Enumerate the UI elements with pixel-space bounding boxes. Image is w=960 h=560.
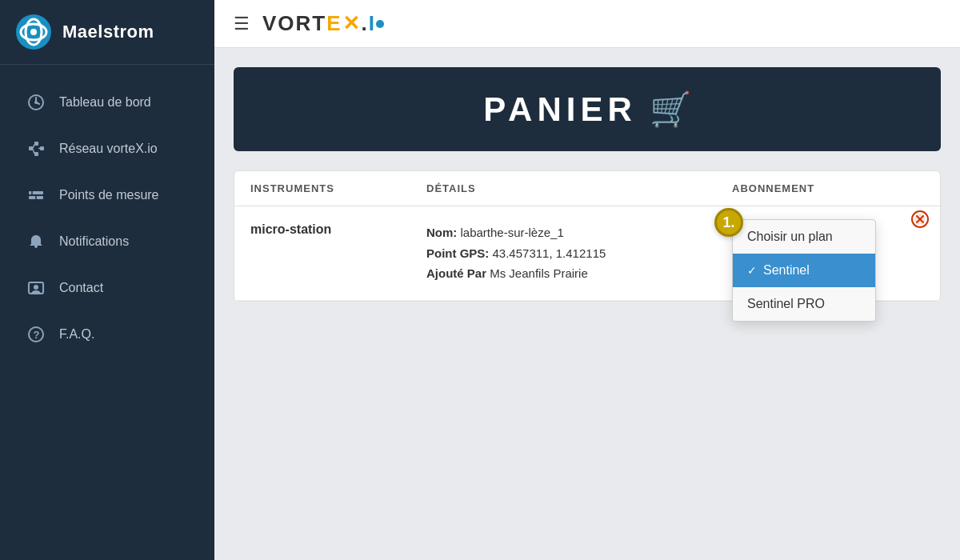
dashboard-icon bbox=[26, 92, 46, 113]
abonnement-cell: Choisir un plan ✓ Sentinel Sentinel PRO … bbox=[716, 206, 940, 232]
sidebar-item-tableau-de-bord[interactable]: Tableau de bord bbox=[6, 81, 208, 124]
page-title: PANIER bbox=[483, 90, 637, 129]
dropdown-option-choisir[interactable]: Choisir un plan bbox=[733, 220, 875, 254]
brand-logo: VORTE✕.I bbox=[262, 11, 384, 36]
sidebar-item-faq[interactable]: ? F.A.Q. bbox=[6, 313, 208, 356]
app-name: Maelstrom bbox=[62, 22, 154, 42]
svg-line-11 bbox=[33, 150, 34, 154]
sidebar-header: Maelstrom bbox=[0, 0, 214, 65]
svg-rect-9 bbox=[40, 146, 44, 150]
svg-point-18 bbox=[34, 285, 38, 290]
checkmark-icon: ✓ bbox=[747, 264, 757, 277]
sidebar-item-label: Notifications bbox=[59, 234, 129, 249]
sidebar-item-label: Contact bbox=[59, 281, 103, 295]
dropdown-option-sentinel[interactable]: ✓ Sentinel bbox=[733, 254, 875, 287]
sentinel-pro-label: Sentinel PRO bbox=[747, 297, 825, 311]
step-badge: 1. bbox=[714, 208, 743, 237]
added-value-text: Ms Jeanfils Prairie bbox=[490, 266, 588, 280]
delete-icon bbox=[911, 210, 929, 228]
svg-rect-6 bbox=[29, 146, 33, 150]
instrument-cell: micro-station bbox=[234, 206, 410, 253]
network-icon bbox=[26, 138, 46, 159]
sidebar-item-label: Tableau de bord bbox=[59, 95, 151, 110]
app-logo-icon bbox=[16, 14, 51, 50]
added-label: Ajouté Par bbox=[426, 266, 486, 280]
topbar: ☰ VORTE✕.I bbox=[214, 0, 960, 48]
sidebar-item-label: Réseau vorteX.io bbox=[59, 142, 158, 156]
table-header-row: INSTRUMENTS DÉTAILS ABONNEMENT bbox=[234, 171, 940, 206]
svg-point-5 bbox=[34, 101, 38, 104]
sentinel-label: Sentinel bbox=[763, 263, 810, 278]
svg-rect-7 bbox=[34, 142, 38, 146]
brand-x: E✕ bbox=[326, 11, 361, 35]
brand-name: VORTE✕.I bbox=[262, 11, 384, 36]
choisir-label: Choisir un plan bbox=[747, 230, 833, 244]
svg-text:?: ? bbox=[34, 329, 40, 341]
svg-point-3 bbox=[30, 29, 37, 35]
measure-icon bbox=[26, 185, 46, 206]
cart-table: INSTRUMENTS DÉTAILS ABONNEMENT micro-sta… bbox=[234, 170, 941, 302]
delete-button[interactable] bbox=[911, 210, 929, 228]
added-field: Ajouté Par Ms Jeanfils Prairie bbox=[426, 263, 700, 284]
sidebar-item-notifications[interactable]: Notifications bbox=[6, 220, 208, 263]
svg-line-10 bbox=[33, 145, 34, 149]
svg-rect-13 bbox=[29, 191, 43, 194]
svg-rect-8 bbox=[34, 152, 38, 156]
brand-dot-icon bbox=[376, 20, 384, 28]
sidebar: Maelstrom Tableau de bord bbox=[0, 0, 214, 560]
table-row: micro-station Nom: labarthe-sur-lèze_1 P… bbox=[234, 206, 940, 301]
nom-value: labarthe-sur-lèze_1 bbox=[461, 226, 564, 239]
instrument-name: micro-station bbox=[250, 222, 331, 236]
bell-icon bbox=[26, 231, 46, 252]
dropdown-option-sentinel-pro[interactable]: Sentinel PRO bbox=[733, 287, 875, 321]
col-header-instruments: INSTRUMENTS bbox=[234, 171, 410, 206]
cart-icon: 🛒 bbox=[650, 90, 691, 129]
col-header-abonnement: ABONNEMENT bbox=[716, 171, 940, 206]
main-content: ☰ VORTE✕.I PANIER 🛒 INSTRUMENTS DÉTAILS … bbox=[214, 0, 960, 560]
details-cell: Nom: labarthe-sur-lèze_1 Point GPS: 43.4… bbox=[410, 206, 716, 300]
sidebar-item-points-de-mesure[interactable]: Points de mesure bbox=[6, 174, 208, 217]
sidebar-nav: Tableau de bord Réseau vorteX.io bbox=[0, 65, 214, 372]
delete-wrapper bbox=[911, 210, 929, 228]
gps-field: Point GPS: 43.457311, 1.412115 bbox=[426, 243, 700, 264]
panier-header: PANIER 🛒 bbox=[234, 67, 941, 151]
sidebar-item-contact[interactable]: Contact bbox=[6, 266, 208, 310]
sidebar-item-reseau-vortex[interactable]: Réseau vorteX.io bbox=[6, 127, 208, 170]
help-icon: ? bbox=[26, 324, 46, 345]
dropdown-menu: Choisir un plan ✓ Sentinel Sentinel PRO bbox=[732, 219, 876, 322]
hamburger-button[interactable]: ☰ bbox=[234, 14, 250, 34]
gps-value: 43.457311, 1.412115 bbox=[493, 246, 606, 260]
sidebar-item-label: F.A.Q. bbox=[59, 327, 94, 342]
sidebar-item-label: Points de mesure bbox=[59, 188, 159, 202]
gps-label: Point GPS: bbox=[426, 246, 489, 260]
nom-field: Nom: labarthe-sur-lèze_1 bbox=[426, 222, 700, 243]
nom-label: Nom: bbox=[426, 226, 457, 239]
col-header-details: DÉTAILS bbox=[410, 171, 716, 206]
contact-icon bbox=[26, 278, 46, 298]
content-area: PANIER 🛒 INSTRUMENTS DÉTAILS ABONNEMENT … bbox=[214, 48, 960, 560]
